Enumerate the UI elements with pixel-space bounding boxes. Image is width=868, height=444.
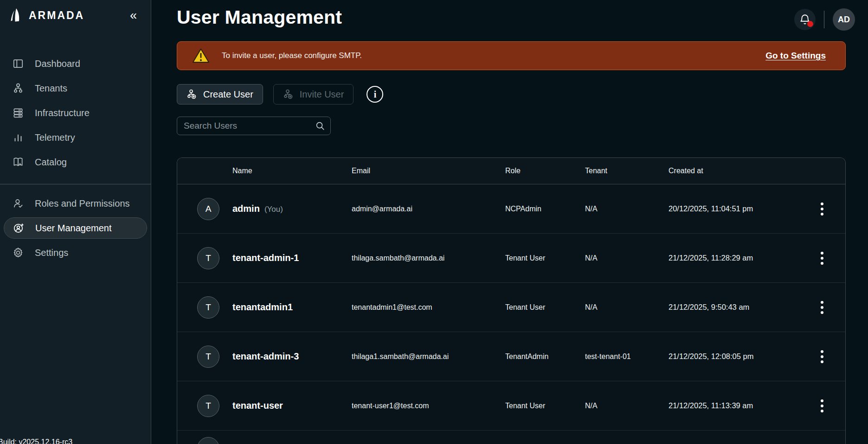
row-actions-button[interactable] <box>799 250 845 266</box>
sidebar-item-label: Infrastructure <box>35 108 90 118</box>
armada-logo: ARMADA <box>10 8 127 23</box>
user-name-suffix: (You) <box>264 205 283 214</box>
info-icon[interactable]: i <box>366 86 383 103</box>
user-name: tenant-user <box>232 400 283 411</box>
users-table: Name Email Role Tenant Created at Aadmin… <box>177 157 846 444</box>
user-tenant: test-tenant-01 <box>585 353 669 361</box>
kebab-menu-icon <box>821 201 823 216</box>
sidebar-item-user-management[interactable]: User Management <box>4 217 147 239</box>
user-role: TenantAdmin <box>505 353 585 361</box>
table-row[interactable]: Aadmin(You)admin@armada.aiNCPAdminN/A20/… <box>177 184 845 234</box>
invite-user-icon <box>283 89 294 100</box>
sidebar: ARMADA « DashboardTenantsInfrastructureT… <box>0 0 151 444</box>
search-icon <box>315 121 325 131</box>
table-body: Aadmin(You)admin@armada.aiNCPAdminN/A20/… <box>177 184 845 444</box>
sidebar-item-telemetry[interactable]: Telemetry <box>4 127 147 148</box>
create-user-button[interactable]: Create User <box>177 84 263 104</box>
sidebar-item-label: User Management <box>35 223 112 234</box>
user-role: Tenant User <box>505 303 585 312</box>
row-actions-button[interactable] <box>799 398 845 413</box>
build-version-label: Build: v2025.12.16-rc3 <box>0 438 72 444</box>
user-created-at: 21/12/2025, 11:13:39 am <box>669 401 799 410</box>
sidebar-divider <box>0 184 151 184</box>
avatar: T <box>197 296 219 319</box>
user-name: admin <box>232 203 260 214</box>
user-management-icon <box>12 222 25 234</box>
row-actions-button[interactable] <box>799 349 845 364</box>
create-user-label: Create User <box>203 89 253 100</box>
smtp-warning-banner: To invite a user, please configure SMTP.… <box>177 41 846 70</box>
user-tenant: N/A <box>585 254 669 262</box>
sidebar-item-tenants[interactable]: Tenants <box>4 78 147 99</box>
tenants-icon <box>12 82 25 94</box>
sidebar-item-label: Telemetry <box>35 132 75 143</box>
user-role: Tenant User <box>505 254 585 262</box>
sidebar-nav: DashboardTenantsInfrastructureTelemetryC… <box>0 53 151 263</box>
user-created-at: 21/12/2025, 9:50:43 am <box>669 303 799 312</box>
main-content: AD User Management To invite a user, ple… <box>152 0 868 444</box>
user-name: tenant-admin-3 <box>232 351 299 362</box>
avatar <box>197 437 219 444</box>
notifications-button[interactable] <box>794 9 816 30</box>
column-header-email: Email <box>352 167 505 175</box>
column-header-role: Role <box>505 167 585 175</box>
user-email: thilaga.sambath@armada.ai <box>352 254 505 262</box>
catalog-icon <box>12 156 25 168</box>
user-created-at: 20/12/2025, 11:04:51 pm <box>669 204 799 213</box>
sidebar-item-catalog[interactable]: Catalog <box>4 151 147 173</box>
user-name: tenantadmin1 <box>232 302 293 313</box>
user-email: tenantadmin1@test.com <box>352 303 505 312</box>
sidebar-item-roles-and-permissions[interactable]: Roles and Permissions <box>4 193 147 214</box>
sidebar-item-label: Settings <box>35 248 68 258</box>
nav-secondary-group: Roles and PermissionsUser ManagementSett… <box>0 193 151 263</box>
invite-user-button[interactable]: Invite User <box>273 84 354 104</box>
sidebar-item-settings[interactable]: Settings <box>4 242 147 263</box>
sidebar-item-label: Roles and Permissions <box>35 198 130 209</box>
sidebar-item-label: Catalog <box>35 157 67 168</box>
kebab-menu-icon <box>821 250 823 266</box>
sidebar-item-dashboard[interactable]: Dashboard <box>4 53 147 74</box>
avatar: T <box>197 395 219 417</box>
user-email: tenant-user1@test.com <box>352 402 505 410</box>
user-tenant: N/A <box>585 303 669 312</box>
warning-icon <box>192 48 210 64</box>
user-email: thilaga1.sambath@armada.ai <box>352 353 505 361</box>
user-tenant: N/A <box>585 205 669 213</box>
table-row[interactable]: Ttenant-admin-3thilaga1.sambath@armada.a… <box>177 332 845 381</box>
topbar-divider <box>824 11 824 28</box>
kebab-menu-icon <box>821 398 823 413</box>
notification-dot <box>807 21 813 27</box>
kebab-menu-icon <box>821 349 823 364</box>
table-row-partial[interactable] <box>177 431 845 444</box>
user-email: admin@armada.ai <box>352 205 505 213</box>
sidebar-item-infrastructure[interactable]: Infrastructure <box>4 102 147 124</box>
sail-logo-icon <box>10 8 24 23</box>
user-avatar[interactable]: AD <box>833 8 855 31</box>
kebab-menu-icon <box>821 300 823 315</box>
avatar: A <box>197 198 219 220</box>
infrastructure-icon <box>12 107 25 119</box>
user-created-at: 21/12/2025, 11:28:29 am <box>669 254 799 262</box>
sidebar-item-label: Dashboard <box>35 59 80 69</box>
search-input[interactable] <box>177 117 331 135</box>
table-row[interactable]: Ttenant-admin-1thilaga.sambath@armada.ai… <box>177 234 845 283</box>
column-header-tenant: Tenant <box>585 167 669 175</box>
nav-primary-group: DashboardTenantsInfrastructureTelemetryC… <box>0 53 151 173</box>
table-row[interactable]: Ttenant-usertenant-user1@test.comTenant … <box>177 381 845 431</box>
row-actions-button[interactable] <box>799 300 845 315</box>
table-row[interactable]: Ttenantadmin1tenantadmin1@test.comTenant… <box>177 283 845 332</box>
user-created-at: 21/12/2025, 12:08:05 pm <box>669 352 799 361</box>
dashboard-icon <box>12 58 25 70</box>
page-title: User Management <box>177 7 846 28</box>
go-to-settings-link[interactable]: Go to Settings <box>765 51 826 61</box>
sidebar-collapse-button[interactable]: « <box>127 8 140 23</box>
table-header: Name Email Role Tenant Created at <box>177 158 845 184</box>
row-actions-button[interactable] <box>799 201 845 216</box>
add-user-icon <box>186 89 198 100</box>
avatar: T <box>197 346 219 368</box>
settings-icon <box>12 247 25 259</box>
logo-text: ARMADA <box>29 9 84 22</box>
user-tenant: N/A <box>585 402 669 410</box>
column-header-name: Name <box>223 167 352 175</box>
sidebar-item-label: Tenants <box>35 83 67 94</box>
